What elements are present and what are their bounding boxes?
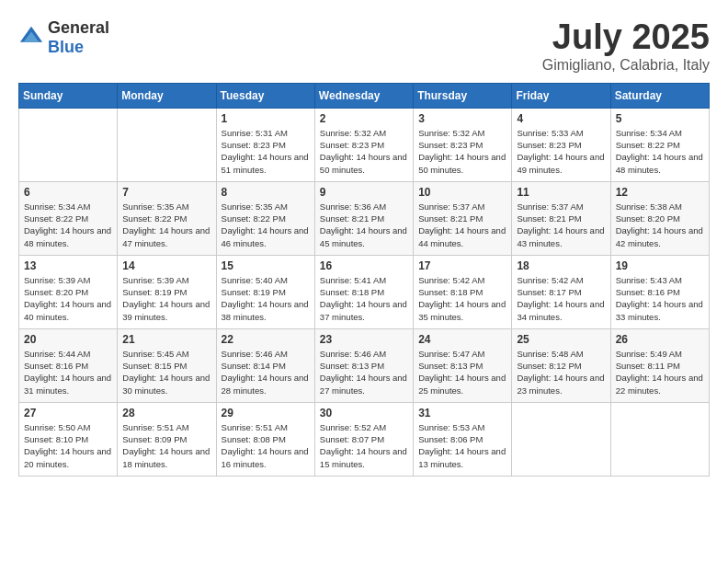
day-info: Sunrise: 5:33 AM Sunset: 8:23 PM Dayligh… <box>517 127 605 176</box>
calendar-cell: 15Sunrise: 5:40 AM Sunset: 8:19 PM Dayli… <box>216 255 314 328</box>
calendar-cell: 20Sunrise: 5:44 AM Sunset: 8:16 PM Dayli… <box>19 328 118 402</box>
day-number: 31 <box>418 407 506 419</box>
day-number: 24 <box>418 333 506 346</box>
day-info: Sunrise: 5:51 AM Sunset: 8:09 PM Dayligh… <box>122 421 210 470</box>
day-info: Sunrise: 5:52 AM Sunset: 8:07 PM Dayligh… <box>320 421 408 470</box>
column-header-monday: Monday <box>118 83 216 108</box>
day-info: Sunrise: 5:32 AM Sunset: 8:23 PM Dayligh… <box>418 127 506 176</box>
day-info: Sunrise: 5:49 AM Sunset: 8:11 PM Dayligh… <box>616 348 704 396</box>
day-number: 17 <box>418 259 506 272</box>
column-header-friday: Friday <box>512 83 610 108</box>
day-number: 21 <box>122 333 210 346</box>
day-info: Sunrise: 5:38 AM Sunset: 8:20 PM Dayligh… <box>616 201 704 249</box>
calendar-cell: 1Sunrise: 5:31 AM Sunset: 8:23 PM Daylig… <box>216 108 314 181</box>
day-number: 20 <box>24 333 112 346</box>
day-number: 14 <box>122 259 210 272</box>
day-number: 6 <box>24 186 112 199</box>
day-info: Sunrise: 5:44 AM Sunset: 8:16 PM Dayligh… <box>24 348 112 396</box>
calendar-cell: 16Sunrise: 5:41 AM Sunset: 8:18 PM Dayli… <box>314 255 413 328</box>
column-header-wednesday: Wednesday <box>314 83 413 108</box>
day-number: 28 <box>122 407 210 419</box>
calendar-cell: 24Sunrise: 5:47 AM Sunset: 8:13 PM Dayli… <box>414 328 512 402</box>
day-info: Sunrise: 5:34 AM Sunset: 8:22 PM Dayligh… <box>24 201 112 249</box>
day-number: 2 <box>320 112 408 125</box>
day-number: 15 <box>222 259 310 272</box>
calendar-cell: 2Sunrise: 5:32 AM Sunset: 8:23 PM Daylig… <box>314 108 413 181</box>
day-info: Sunrise: 5:32 AM Sunset: 8:23 PM Dayligh… <box>320 127 408 176</box>
day-number: 22 <box>222 333 310 346</box>
day-number: 13 <box>24 259 112 272</box>
week-row-2: 6Sunrise: 5:34 AM Sunset: 8:22 PM Daylig… <box>19 181 710 255</box>
column-header-saturday: Saturday <box>610 83 709 108</box>
calendar-cell: 27Sunrise: 5:50 AM Sunset: 8:10 PM Dayli… <box>19 402 118 476</box>
calendar-cell: 14Sunrise: 5:39 AM Sunset: 8:19 PM Dayli… <box>118 255 216 328</box>
day-info: Sunrise: 5:53 AM Sunset: 8:06 PM Dayligh… <box>418 421 506 470</box>
calendar-cell <box>512 402 610 476</box>
logo-icon <box>18 25 44 51</box>
calendar-cell: 3Sunrise: 5:32 AM Sunset: 8:23 PM Daylig… <box>414 108 512 181</box>
day-number: 5 <box>616 112 704 125</box>
calendar-cell: 5Sunrise: 5:34 AM Sunset: 8:22 PM Daylig… <box>610 108 709 181</box>
day-info: Sunrise: 5:51 AM Sunset: 8:08 PM Dayligh… <box>222 421 310 470</box>
calendar-cell: 29Sunrise: 5:51 AM Sunset: 8:08 PM Dayli… <box>216 402 314 476</box>
day-info: Sunrise: 5:42 AM Sunset: 8:18 PM Dayligh… <box>418 274 506 323</box>
calendar-cell: 30Sunrise: 5:52 AM Sunset: 8:07 PM Dayli… <box>314 402 413 476</box>
day-info: Sunrise: 5:37 AM Sunset: 8:21 PM Dayligh… <box>418 201 506 249</box>
calendar-cell: 17Sunrise: 5:42 AM Sunset: 8:18 PM Dayli… <box>414 255 512 328</box>
day-info: Sunrise: 5:47 AM Sunset: 8:13 PM Dayligh… <box>418 348 506 396</box>
column-header-thursday: Thursday <box>414 83 512 108</box>
calendar-cell <box>610 402 709 476</box>
day-number: 16 <box>320 259 408 272</box>
day-info: Sunrise: 5:46 AM Sunset: 8:14 PM Dayligh… <box>222 348 310 396</box>
calendar-cell: 22Sunrise: 5:46 AM Sunset: 8:14 PM Dayli… <box>216 328 314 402</box>
day-number: 26 <box>616 333 704 346</box>
calendar-cell: 13Sunrise: 5:39 AM Sunset: 8:20 PM Dayli… <box>19 255 118 328</box>
calendar-cell: 19Sunrise: 5:43 AM Sunset: 8:16 PM Dayli… <box>610 255 709 328</box>
title-block: July 2025 Gimigliano, Calabria, Italy <box>542 18 710 74</box>
day-number: 11 <box>517 186 605 199</box>
day-info: Sunrise: 5:39 AM Sunset: 8:20 PM Dayligh… <box>24 274 112 323</box>
calendar-header-row: SundayMondayTuesdayWednesdayThursdayFrid… <box>19 83 710 108</box>
day-number: 29 <box>222 407 310 419</box>
day-info: Sunrise: 5:35 AM Sunset: 8:22 PM Dayligh… <box>122 201 210 249</box>
day-info: Sunrise: 5:48 AM Sunset: 8:12 PM Dayligh… <box>517 348 605 396</box>
column-header-sunday: Sunday <box>19 83 118 108</box>
calendar-cell: 6Sunrise: 5:34 AM Sunset: 8:22 PM Daylig… <box>19 181 118 255</box>
day-number: 1 <box>222 112 310 125</box>
calendar-body: 1Sunrise: 5:31 AM Sunset: 8:23 PM Daylig… <box>19 108 710 476</box>
day-number: 18 <box>517 259 605 272</box>
day-info: Sunrise: 5:35 AM Sunset: 8:22 PM Dayligh… <box>222 201 310 249</box>
week-row-3: 13Sunrise: 5:39 AM Sunset: 8:20 PM Dayli… <box>19 255 710 328</box>
calendar-cell <box>118 108 216 181</box>
calendar-cell: 4Sunrise: 5:33 AM Sunset: 8:23 PM Daylig… <box>512 108 610 181</box>
day-number: 30 <box>320 407 408 419</box>
day-info: Sunrise: 5:42 AM Sunset: 8:17 PM Dayligh… <box>517 274 605 323</box>
calendar-cell: 26Sunrise: 5:49 AM Sunset: 8:11 PM Dayli… <box>610 328 709 402</box>
day-info: Sunrise: 5:45 AM Sunset: 8:15 PM Dayligh… <box>122 348 210 396</box>
day-info: Sunrise: 5:36 AM Sunset: 8:21 PM Dayligh… <box>320 201 408 249</box>
day-number: 8 <box>222 186 310 199</box>
day-info: Sunrise: 5:40 AM Sunset: 8:19 PM Dayligh… <box>222 274 310 323</box>
week-row-4: 20Sunrise: 5:44 AM Sunset: 8:16 PM Dayli… <box>19 328 710 402</box>
day-info: Sunrise: 5:31 AM Sunset: 8:23 PM Dayligh… <box>222 127 310 176</box>
week-row-1: 1Sunrise: 5:31 AM Sunset: 8:23 PM Daylig… <box>19 108 710 181</box>
day-number: 3 <box>418 112 506 125</box>
week-row-5: 27Sunrise: 5:50 AM Sunset: 8:10 PM Dayli… <box>19 402 710 476</box>
day-number: 25 <box>517 333 605 346</box>
day-info: Sunrise: 5:43 AM Sunset: 8:16 PM Dayligh… <box>616 274 704 323</box>
calendar-cell: 9Sunrise: 5:36 AM Sunset: 8:21 PM Daylig… <box>314 181 413 255</box>
calendar-cell: 10Sunrise: 5:37 AM Sunset: 8:21 PM Dayli… <box>414 181 512 255</box>
day-info: Sunrise: 5:46 AM Sunset: 8:13 PM Dayligh… <box>320 348 408 396</box>
page-header: General Blue July 2025 Gimigliano, Calab… <box>18 18 710 74</box>
calendar-cell: 21Sunrise: 5:45 AM Sunset: 8:15 PM Dayli… <box>118 328 216 402</box>
calendar-cell <box>19 108 118 181</box>
calendar-cell: 31Sunrise: 5:53 AM Sunset: 8:06 PM Dayli… <box>414 402 512 476</box>
calendar-cell: 12Sunrise: 5:38 AM Sunset: 8:20 PM Dayli… <box>610 181 709 255</box>
calendar-cell: 28Sunrise: 5:51 AM Sunset: 8:09 PM Dayli… <box>118 402 216 476</box>
day-number: 4 <box>517 112 605 125</box>
day-number: 23 <box>320 333 408 346</box>
calendar-cell: 25Sunrise: 5:48 AM Sunset: 8:12 PM Dayli… <box>512 328 610 402</box>
logo: General Blue <box>18 18 109 57</box>
calendar-cell: 11Sunrise: 5:37 AM Sunset: 8:21 PM Dayli… <box>512 181 610 255</box>
day-info: Sunrise: 5:50 AM Sunset: 8:10 PM Dayligh… <box>24 421 112 470</box>
